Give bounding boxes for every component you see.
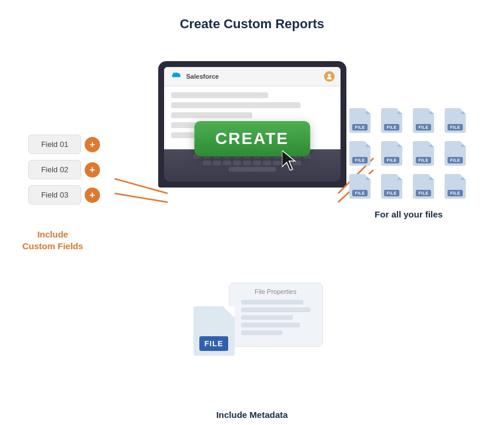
field-item-3: Field 03 + (28, 185, 100, 205)
file-label-6: FILE (384, 157, 399, 163)
cursor-icon (282, 150, 298, 173)
file-label-2: FILE (384, 124, 399, 130)
file-label-12: FILE (448, 190, 462, 196)
field-box-1: Field 01 (28, 135, 81, 154)
files-caption: For all your files (348, 209, 470, 219)
file-icon-3: FILE (411, 108, 436, 136)
big-file-label: FILE (199, 336, 228, 351)
svg-point-5 (328, 74, 331, 77)
browser-bar: Salesforce (164, 67, 341, 86)
file-icon-11: FILE (411, 174, 436, 202)
laptop-illustration: Salesforce (158, 61, 346, 188)
file-icon-4: FILE (443, 108, 468, 136)
field-box-3: Field 03 (28, 185, 81, 205)
browser-title: Salesforce (186, 73, 219, 80)
user-avatar (324, 71, 335, 82)
field-item-1: Field 01 + (28, 135, 100, 154)
svg-marker-6 (282, 150, 295, 170)
file-label-8: FILE (448, 157, 462, 163)
file-label-11: FILE (416, 190, 430, 196)
include-fields-label: Include Custom Fields (22, 229, 83, 252)
file-label-3: FILE (416, 124, 430, 130)
include-line1: Include (22, 229, 83, 240)
field-box-2: Field 02 (28, 160, 81, 179)
file-icon-12: FILE (443, 174, 468, 202)
files-panel: FILE FILE FILE FILE FILE FILE FILE FILE … (348, 108, 470, 219)
field-plus-3[interactable]: + (85, 188, 100, 203)
file-icon-8: FILE (443, 141, 468, 169)
file-label-1: FILE (352, 124, 367, 130)
include-line2: Custom Fields (22, 240, 83, 252)
field-plus-1[interactable]: + (85, 137, 100, 152)
file-icon-7: FILE (411, 141, 436, 169)
field-plus-2[interactable]: + (85, 162, 100, 178)
file-props-title: File Properties (241, 288, 311, 295)
file-icon-10: FILE (379, 174, 404, 202)
file-label-4: FILE (448, 124, 462, 130)
content-row-3 (171, 112, 252, 118)
file-label-9: FILE (352, 190, 367, 196)
file-icon-6: FILE (379, 141, 404, 169)
file-label-7: FILE (416, 157, 430, 163)
field-item-2: Field 02 + (28, 160, 100, 179)
file-label-10: FILE (384, 190, 399, 196)
laptop-screen: Salesforce (158, 61, 346, 188)
file-icon-9: FILE (348, 174, 372, 202)
file-grid: FILE FILE FILE FILE FILE FILE FILE FILE … (348, 108, 470, 202)
fields-panel: Field 01 + Field 02 + Field 03 + Include… (28, 135, 100, 210)
create-button-container: CREATE (194, 121, 310, 156)
file-label-5: FILE (352, 157, 367, 163)
content-row-1 (171, 92, 269, 98)
file-icon-1: FILE (348, 108, 372, 136)
big-file-icon: FILE (193, 306, 235, 400)
metadata-panel: File Properties FILE Include Metadata (188, 283, 317, 420)
metadata-caption: Include Metadata (188, 410, 317, 420)
file-icon-2: FILE (379, 108, 404, 136)
svg-line-1 (115, 193, 168, 202)
page-title: Create Custom Reports (0, 16, 504, 32)
salesforce-cloud-icon (170, 72, 182, 81)
content-row-2 (171, 102, 301, 108)
main-diagram: Field 01 + Field 02 + Field 03 + Include… (0, 43, 504, 425)
file-icon-5: FILE (348, 141, 372, 169)
